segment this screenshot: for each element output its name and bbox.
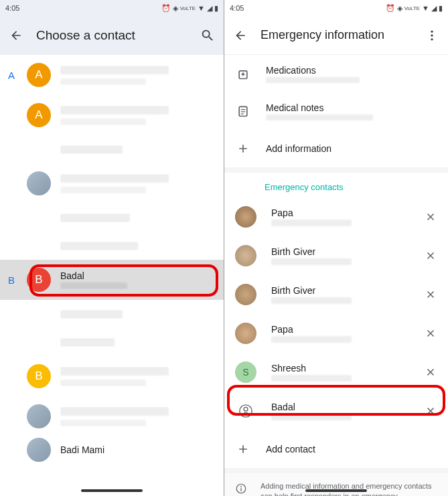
contact-row[interactable]	[0, 232, 224, 260]
contact-row[interactable]	[0, 135, 224, 163]
plus-icon	[235, 141, 251, 157]
lte-icon: VoLTE	[180, 5, 196, 11]
contact-name: Birth Giver	[271, 285, 424, 296]
remove-button[interactable]	[424, 210, 437, 224]
contacts-list[interactable]: A A A B B	[0, 55, 224, 496]
remove-button[interactable]	[424, 249, 437, 262]
status-time: 4:05	[5, 4, 19, 12]
vibrate-icon: ◈	[397, 4, 402, 13]
contact-name: Papa	[271, 324, 424, 335]
more-button[interactable]	[424, 27, 440, 44]
emergency-contact-row[interactable]: Papa	[224, 314, 448, 353]
emergency-contacts-header: Emergency contacts	[224, 173, 448, 197]
status-bar: 4:05 ⏰ ◈ VoLTE ▼ ◢ ▮	[0, 0, 224, 16]
svg-point-8	[240, 486, 242, 487]
lte-icon: VoLTE	[404, 5, 420, 11]
battery-icon: ▮	[214, 4, 218, 13]
avatar	[235, 323, 256, 344]
contact-row[interactable]	[0, 328, 224, 356]
nav-handle[interactable]	[81, 489, 143, 492]
vibrate-icon: ◈	[173, 4, 178, 13]
avatar	[27, 438, 51, 462]
remove-button[interactable]	[424, 288, 437, 301]
appbar: Emergency information	[224, 16, 448, 55]
section-letter: B	[8, 274, 27, 286]
page-title: Choose a contact	[36, 28, 200, 43]
section-letter: A	[8, 70, 27, 81]
emergency-contact-row[interactable]: Birth Giver	[224, 236, 448, 275]
contact-name: Birth Giver	[271, 246, 424, 257]
medications-label: Medications	[266, 65, 437, 76]
appbar: Choose a contact	[0, 16, 224, 55]
svg-point-1	[431, 34, 433, 36]
alarm-icon: ⏰	[161, 4, 171, 13]
avatar: A	[27, 103, 51, 127]
add-contact-label: Add contact	[266, 444, 437, 454]
person-icon	[235, 400, 256, 422]
nav-handle[interactable]	[305, 489, 367, 492]
back-button[interactable]	[232, 27, 248, 44]
emergency-contact-row[interactable]: S Shreesh	[224, 353, 448, 392]
wifi-icon: ▼	[422, 4, 429, 12]
avatar: S	[235, 361, 256, 383]
battery-icon: ▮	[439, 4, 443, 13]
page-title: Emergency information	[260, 28, 424, 42]
signal-icon: ◢	[207, 4, 212, 13]
medical-notes-label: Medical notes	[266, 102, 437, 113]
status-time: 4:05	[230, 4, 244, 12]
screen-contacts: 4:05 ⏰ ◈ VoLTE ▼ ◢ ▮ Choose a contact A …	[0, 0, 224, 496]
avatar	[235, 206, 256, 228]
remove-button[interactable]	[424, 404, 437, 418]
emergency-contact-row[interactable]: Papa	[224, 197, 448, 236]
contact-row[interactable]	[0, 163, 224, 203]
remove-button[interactable]	[424, 327, 437, 340]
add-contact-row[interactable]: Add contact	[224, 430, 448, 468]
back-button[interactable]	[8, 27, 24, 44]
avatar	[27, 171, 51, 195]
footer-note: Adding medical information and emergency…	[224, 473, 448, 496]
avatar	[235, 284, 256, 305]
svg-point-6	[244, 407, 248, 411]
contact-row-badal[interactable]: B B Badal	[0, 260, 224, 300]
contact-row[interactable]: B	[0, 356, 224, 396]
contact-name: Badal	[60, 270, 216, 281]
screen-emergency: 4:05 ⏰ ◈ VoLTE ▼ ◢ ▮ Emergency informati…	[224, 0, 448, 496]
notes-icon	[235, 103, 251, 119]
contact-name: Badi Mami	[60, 444, 216, 455]
avatar	[235, 245, 256, 266]
emergency-contact-row-badal[interactable]: Badal	[224, 392, 448, 430]
contact-row[interactable]	[0, 396, 224, 436]
contact-name: Papa	[271, 208, 424, 218]
plus-icon	[235, 441, 251, 457]
contact-row[interactable]: A	[0, 95, 224, 135]
medications-row[interactable]: Medications	[224, 55, 448, 92]
contact-row[interactable]	[0, 203, 224, 232]
add-information-row[interactable]: Add information	[224, 130, 448, 167]
info-icon	[235, 483, 248, 496]
contact-row[interactable]	[0, 300, 224, 328]
contact-name: Shreesh	[271, 363, 424, 374]
status-bar: 4:05 ⏰ ◈ VoLTE ▼ ◢ ▮	[224, 0, 448, 16]
wifi-icon: ▼	[198, 4, 205, 12]
remove-button[interactable]	[424, 365, 437, 379]
svg-point-2	[431, 38, 433, 40]
add-information-label: Add information	[266, 143, 437, 154]
medical-notes-row[interactable]: Medical notes	[224, 92, 448, 130]
avatar: B	[27, 268, 51, 292]
contact-name: Badal	[271, 402, 424, 412]
signal-icon: ◢	[431, 4, 437, 13]
svg-point-0	[431, 30, 433, 32]
alarm-icon: ⏰	[386, 4, 395, 13]
footer-text: Adding medical information and emergency…	[260, 481, 437, 496]
contact-row[interactable]: A A	[0, 55, 224, 95]
search-button[interactable]	[200, 27, 216, 44]
emergency-body[interactable]: Medications Medical notes Add inform	[224, 55, 448, 496]
emergency-contact-row[interactable]: Birth Giver	[224, 275, 448, 314]
medications-icon	[235, 66, 251, 82]
avatar: B	[27, 364, 51, 388]
contact-row-badi-mami[interactable]: Badi Mami	[0, 436, 224, 463]
avatar: A	[27, 63, 51, 87]
avatar	[27, 404, 51, 428]
